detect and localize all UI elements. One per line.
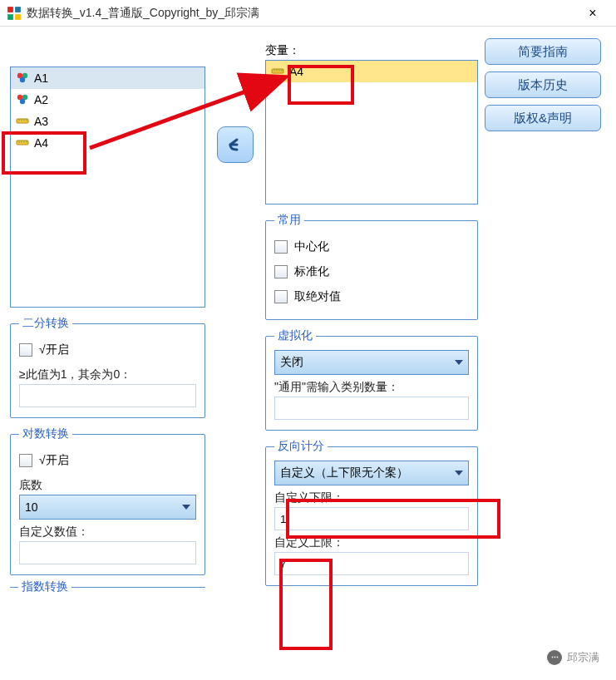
binary-legend: 二分转换 xyxy=(19,316,72,331)
nominal-icon xyxy=(16,71,29,86)
log-custom-input[interactable] xyxy=(19,541,196,564)
list-item-label: A2 xyxy=(34,93,48,106)
dummy-mode-select[interactable]: 关闭 xyxy=(274,350,469,375)
watermark: ⋯ 邱宗满 xyxy=(547,650,599,665)
list-item[interactable]: A4 xyxy=(266,61,477,82)
list-item-label: A4 xyxy=(289,65,303,78)
log-enable-checkbox[interactable] xyxy=(19,454,32,467)
binary-threshold-label: ≥此值为1，其余为0： xyxy=(19,367,196,382)
list-item-label: A4 xyxy=(34,136,48,150)
reverse-lower-label: 自定义下限： xyxy=(274,490,469,505)
list-item[interactable]: A2 xyxy=(11,89,205,111)
nominal-icon xyxy=(16,92,29,108)
history-button[interactable]: 版本历史 xyxy=(485,71,601,98)
svg-rect-1 xyxy=(15,7,21,12)
common-panel: 常用 中心化 标准化 取绝对值 xyxy=(265,213,478,320)
reverse-mode-value: 自定义（上下限无个案） xyxy=(280,466,408,480)
binary-panel: 二分转换 √开启 ≥此值为1，其余为0： xyxy=(10,316,205,418)
target-variable-list[interactable]: A4 xyxy=(265,60,478,204)
log-base-value: 10 xyxy=(25,500,38,514)
app-icon xyxy=(7,6,22,21)
ruler-icon xyxy=(271,64,284,80)
exp-legend: 指数转换 xyxy=(18,579,71,594)
reverse-panel: 反向计分 自定义（上下限无个案） 自定义下限： 自定义上限： xyxy=(265,439,478,586)
window-title: 数据转换_v1.4_普通版_Copyright_by_邱宗满 xyxy=(27,6,576,21)
svg-point-9 xyxy=(20,98,25,103)
binary-enable-label: √开启 xyxy=(39,342,69,357)
list-item-label: A3 xyxy=(34,115,48,128)
list-item-label: A1 xyxy=(34,71,48,85)
titlebar: 数据转换_v1.4_普通版_Copyright_by_邱宗满 × xyxy=(0,0,616,27)
wechat-icon: ⋯ xyxy=(547,650,562,665)
log-panel: 对数转换 √开启 底数 10 自定义数值： xyxy=(10,426,205,575)
watermark-text: 邱宗满 xyxy=(567,650,599,665)
svg-rect-2 xyxy=(7,14,13,20)
chevron-down-icon xyxy=(182,505,190,510)
copyright-button[interactable]: 版权&声明 xyxy=(485,105,601,131)
variable-label: 变量： xyxy=(265,43,478,58)
chevron-down-icon xyxy=(455,471,463,476)
svg-rect-3 xyxy=(15,14,21,20)
log-base-label: 底数 xyxy=(19,478,196,493)
svg-rect-0 xyxy=(7,7,13,12)
reverse-mode-select[interactable]: 自定义（上下限无个案） xyxy=(274,461,469,485)
abs-checkbox[interactable] xyxy=(274,290,288,303)
list-item[interactable]: A1 xyxy=(11,67,205,89)
log-legend: 对数转换 xyxy=(19,426,72,441)
binary-enable-checkbox[interactable] xyxy=(19,343,32,357)
reverse-legend: 反向计分 xyxy=(274,439,328,454)
dummy-legend: 虚拟化 xyxy=(274,328,316,343)
dummy-count-input[interactable] xyxy=(274,397,469,420)
ruler-icon xyxy=(16,136,29,151)
dummy-panel: 虚拟化 关闭 "通用"需输入类别数量： xyxy=(265,328,478,431)
chevron-down-icon xyxy=(455,360,463,365)
ruler-icon xyxy=(16,114,29,130)
reverse-upper-label: 自定义上限： xyxy=(274,535,469,550)
standardize-checkbox[interactable] xyxy=(274,265,288,278)
move-back-button[interactable] xyxy=(217,126,254,163)
guide-button[interactable]: 简要指南 xyxy=(485,38,601,65)
binary-threshold-input[interactable] xyxy=(19,384,196,407)
log-base-select[interactable]: 10 xyxy=(19,495,196,520)
svg-point-6 xyxy=(20,76,25,81)
dummy-note: "通用"需输入类别数量： xyxy=(274,380,469,395)
log-custom-label: 自定义数值： xyxy=(19,525,196,540)
arrow-return-icon xyxy=(225,135,245,155)
center-label: 中心化 xyxy=(294,239,329,254)
common-legend: 常用 xyxy=(274,213,304,228)
abs-label: 取绝对值 xyxy=(294,289,341,304)
list-item[interactable]: A4 xyxy=(11,132,205,154)
source-variable-list[interactable]: A1 A2 A3 A4 xyxy=(10,67,205,308)
reverse-upper-input[interactable] xyxy=(274,552,469,575)
center-checkbox[interactable] xyxy=(274,240,288,254)
standardize-label: 标准化 xyxy=(294,264,329,279)
window-close-button[interactable]: × xyxy=(576,6,609,21)
reverse-lower-input[interactable] xyxy=(274,507,469,530)
list-item[interactable]: A3 xyxy=(11,111,205,132)
dummy-mode-value: 关闭 xyxy=(280,355,303,370)
log-enable-label: √开启 xyxy=(39,453,69,468)
